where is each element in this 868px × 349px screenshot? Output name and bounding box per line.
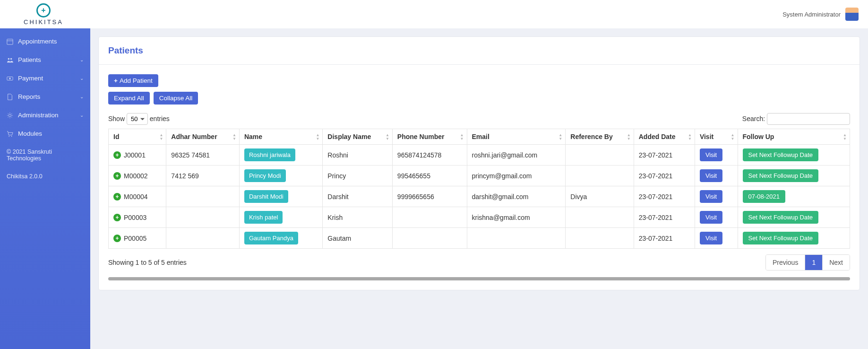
collapse-all-button[interactable]: Collapse All: [154, 92, 198, 105]
chevron-down-icon: ⌄: [80, 76, 84, 81]
sidebar-item-patients[interactable]: Patients ⌄: [0, 51, 90, 69]
cell-display: Krish: [323, 207, 393, 228]
search-label: Search:: [742, 115, 765, 122]
table-info: Showing 1 to 5 of 5 entries: [108, 259, 187, 266]
search-control: Search:: [742, 113, 850, 125]
logo-icon: +: [36, 3, 51, 17]
cell-visit: Visit: [695, 166, 738, 186]
cell-email: [467, 228, 566, 249]
cell-ref: [566, 145, 634, 166]
sidebar-item-label: Patients: [18, 56, 41, 63]
expand-row-icon[interactable]: +: [113, 214, 121, 221]
pager-next-button[interactable]: Next: [822, 255, 850, 270]
svg-point-5: [9, 78, 11, 79]
cell-visit: Visit: [695, 228, 738, 249]
add-patient-button[interactable]: + Add Patient: [108, 74, 158, 87]
followup-button[interactable]: Set Next Followup Date: [743, 211, 819, 224]
sidebar-item-appointments[interactable]: Appointments: [0, 32, 90, 51]
followup-button[interactable]: Set Next Followup Date: [743, 169, 819, 182]
sidebar-item-modules[interactable]: Modules: [0, 124, 90, 143]
visit-button[interactable]: Visit: [700, 148, 722, 161]
users-icon: [7, 57, 13, 63]
visit-button[interactable]: Visit: [700, 169, 722, 182]
followup-button[interactable]: 07-08-2021: [743, 190, 786, 203]
avatar-icon[interactable]: [845, 8, 859, 21]
cell-ref: [566, 207, 634, 228]
expand-row-icon[interactable]: +: [113, 193, 121, 201]
th-phone[interactable]: Phone Number▲▼: [392, 129, 467, 145]
th-display[interactable]: Display Name▲▼: [323, 129, 393, 145]
followup-button[interactable]: Set Next Followup Date: [743, 148, 819, 161]
horizontal-scrollbar[interactable]: [108, 277, 850, 280]
expand-all-button[interactable]: Expand All: [108, 92, 150, 105]
sidebar-copyright: © 2021 Sanskruti Technologies: [0, 143, 90, 167]
sort-icon: ▲▼: [232, 133, 236, 140]
sort-icon: ▲▼: [627, 133, 631, 140]
followup-button[interactable]: Set Next Followup Date: [743, 232, 819, 244]
sort-icon: ▲▼: [731, 133, 735, 140]
cell-added: 23-07-2021: [634, 207, 695, 228]
brand-logo[interactable]: + CHIKITSA: [24, 3, 63, 26]
expand-row-icon[interactable]: +: [113, 235, 121, 242]
cell-name: Roshni jariwala: [239, 145, 322, 166]
expand-row-icon[interactable]: +: [113, 151, 121, 159]
patient-name-button[interactable]: Princy Modi: [244, 169, 286, 182]
sidebar-item-label: Appointments: [18, 38, 57, 45]
patient-name-button[interactable]: Roshni jariwala: [244, 148, 295, 161]
cell-ref: Divya: [566, 186, 634, 207]
cell-name: Princy Modi: [239, 166, 322, 186]
pagination: Previous 1 Next: [765, 254, 850, 270]
visit-button[interactable]: Visit: [700, 190, 722, 203]
sidebar-item-reports[interactable]: Reports ⌄: [0, 87, 90, 106]
th-name[interactable]: Name▲▼: [239, 129, 322, 145]
table-row: +M00004 Darshit Modi Darshit 9999665656 …: [109, 186, 850, 207]
pager-page-1-button[interactable]: 1: [805, 255, 822, 270]
visit-button[interactable]: Visit: [700, 232, 722, 244]
cell-id: +P00005: [109, 228, 166, 249]
cell-followup: Set Next Followup Date: [738, 166, 850, 186]
th-ref[interactable]: Reference By▲▼: [566, 129, 634, 145]
cell-name: Krish patel: [239, 207, 322, 228]
cell-adhar: 7412 569: [166, 166, 240, 186]
cell-id: +P00003: [109, 207, 166, 228]
patient-name-button[interactable]: Darshit Modi: [244, 190, 288, 203]
chevron-down-icon: ⌄: [80, 113, 84, 118]
cell-email: princym@gmail.com: [467, 166, 566, 186]
th-visit[interactable]: Visit▲▼: [695, 129, 738, 145]
gear-icon: [7, 112, 13, 119]
sidebar-item-label: Payment: [18, 75, 43, 82]
patient-name-button[interactable]: Gautam Pandya: [244, 232, 298, 244]
sidebar-item-label: Administration: [18, 112, 59, 119]
cell-display: Roshni: [323, 145, 393, 166]
cell-email: roshni.jari@gmail.com: [467, 145, 566, 166]
top-right: System Administrator: [782, 8, 859, 21]
calendar-icon: [7, 38, 13, 45]
cell-added: 23-07-2021: [634, 166, 695, 186]
svg-point-3: [10, 58, 12, 60]
main-content: Patients + Add Patient Expand All Collap…: [90, 28, 868, 349]
card-header: Patients: [99, 37, 859, 65]
table-header-row: Id▲▼ Adhar Number▲▼ Name▲▼ Display Name▲…: [109, 129, 850, 145]
sidebar: Appointments Patients ⌄ Payment ⌄ Report…: [0, 28, 90, 349]
visit-button[interactable]: Visit: [700, 211, 722, 224]
search-input[interactable]: [767, 113, 850, 125]
expand-row-icon[interactable]: +: [113, 172, 121, 180]
th-followup[interactable]: Follow Up▲▼: [738, 129, 850, 145]
pager-previous-button[interactable]: Previous: [766, 255, 805, 270]
th-id[interactable]: Id▲▼: [109, 129, 166, 145]
sort-icon: ▲▼: [316, 133, 319, 140]
sidebar-item-administration[interactable]: Administration ⌄: [0, 106, 90, 124]
cell-visit: Visit: [695, 186, 738, 207]
th-adhar[interactable]: Adhar Number▲▼: [166, 129, 240, 145]
entries-select[interactable]: 50: [127, 113, 148, 125]
sidebar-item-payment[interactable]: Payment ⌄: [0, 69, 90, 87]
table-row: +P00003 Krish patel Krish krishna@gmail.…: [109, 207, 850, 228]
svg-rect-0: [7, 39, 13, 44]
th-added[interactable]: Added Date▲▼: [634, 129, 695, 145]
cell-name: Darshit Modi: [239, 186, 322, 207]
current-user-name[interactable]: System Administrator: [782, 11, 841, 18]
patient-name-button[interactable]: Krish patel: [244, 211, 283, 224]
th-email[interactable]: Email▲▼: [467, 129, 566, 145]
cell-email: krishna@gmail.com: [467, 207, 566, 228]
cell-adhar: 96325 74581: [166, 145, 240, 166]
